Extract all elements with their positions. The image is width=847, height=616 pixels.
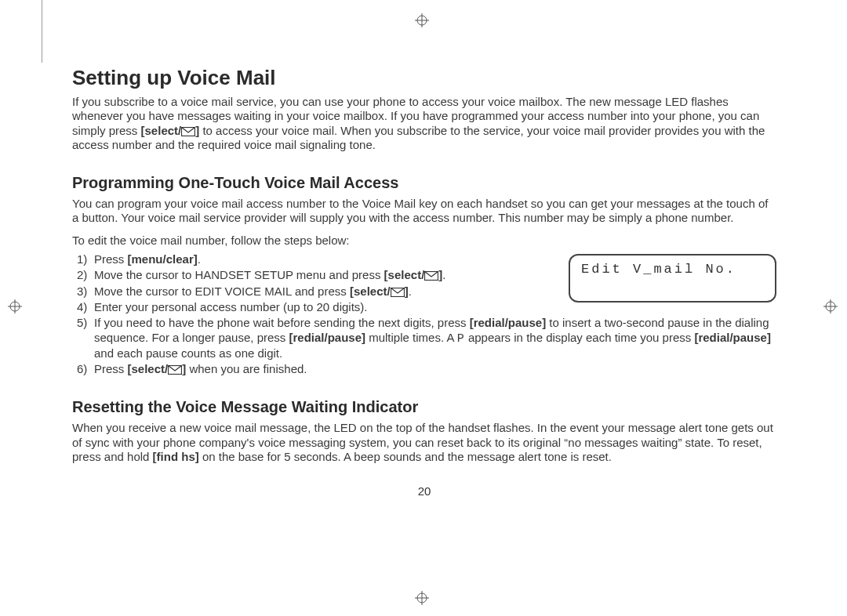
text: Move the cursor to EDIT VOICE MAIL and p…: [94, 284, 350, 298]
list-item: Enter your personal access number (up to…: [72, 300, 554, 314]
select-key: [select/]: [141, 124, 200, 137]
select-key: [select/]: [350, 284, 409, 298]
envelope-icon: [391, 286, 405, 295]
text: multiple times. A: [365, 331, 457, 344]
redialpause-key: [redial/pause]: [289, 331, 365, 344]
text: Move the cursor to HANDSET SETUP menu an…: [94, 268, 384, 281]
text: .: [409, 284, 412, 298]
envelope-icon: [424, 270, 438, 279]
registration-mark-icon: [8, 299, 22, 313]
steps-list: Press [menu/clear]. Move the cursor to H…: [72, 252, 554, 314]
steps-row: Press [menu/clear]. Move the cursor to H…: [72, 252, 776, 316]
text: when you are finished.: [186, 362, 307, 375]
text: If you need to have the phone wait befor…: [94, 316, 470, 329]
registration-mark-icon: [415, 591, 429, 605]
findhs-key: [find hs]: [153, 450, 199, 463]
registration-mark-icon: [823, 299, 838, 313]
reset-paragraph: When you receive a new voice mail messag…: [72, 421, 776, 464]
text: Press: [94, 252, 128, 266]
intro-paragraph: If you subscribe to a voice mail service…: [72, 95, 776, 152]
list-item: Press [menu/clear].: [72, 252, 554, 266]
text: [select/: [128, 362, 169, 375]
redialpause-key: [redial/pause]: [694, 331, 771, 344]
select-key: [select/]: [128, 362, 187, 375]
list-item: If you need to have the phone wait befor…: [72, 316, 776, 361]
envelope-icon: [168, 364, 182, 373]
section-heading-resetting: Resetting the Voice Message Waiting Indi…: [72, 398, 776, 416]
text: [select/: [384, 268, 425, 281]
text: [select/: [141, 124, 182, 137]
programming-intro: You can program your voice mail access n…: [72, 197, 776, 226]
redialpause-key: [redial/pause]: [470, 316, 547, 329]
section-heading-programming: Programming One-Touch Voice Mail Access: [72, 174, 776, 192]
page-number: 20: [72, 484, 776, 498]
p-glyph: P: [457, 332, 465, 346]
text: [select/: [350, 284, 391, 298]
text: on the base for 5 seconds. A beep sounds…: [199, 450, 612, 463]
text: and each pause counts as one digit.: [94, 346, 282, 360]
text: appears in the display each time you pre…: [465, 331, 695, 344]
page-title: Setting up Voice Mail: [72, 66, 776, 90]
menuclear-key: [menu/clear]: [128, 252, 198, 266]
text: Press: [94, 362, 128, 375]
registration-mark-icon: [415, 13, 429, 27]
page-content: Setting up Voice Mail If you subscribe t…: [0, 0, 847, 529]
steps-list-continued: If you need to have the phone wait befor…: [72, 316, 776, 376]
steps-column: Press [menu/clear]. Move the cursor to H…: [72, 252, 554, 316]
select-key: [select/]: [384, 268, 443, 281]
lcd-text: Edit V_mail No.: [581, 262, 736, 277]
text: .: [198, 252, 201, 266]
lcd-display: Edit V_mail No.: [569, 254, 776, 303]
programming-follow: To edit the voice mail number, follow th…: [72, 234, 776, 248]
crop-line: [42, 0, 42, 63]
list-item: Press [select/] when you are finished.: [72, 362, 776, 376]
list-item: Move the cursor to HANDSET SETUP menu an…: [72, 268, 554, 282]
envelope-icon: [181, 125, 195, 135]
text: .: [442, 268, 445, 281]
list-item: Move the cursor to EDIT VOICE MAIL and p…: [72, 284, 554, 299]
